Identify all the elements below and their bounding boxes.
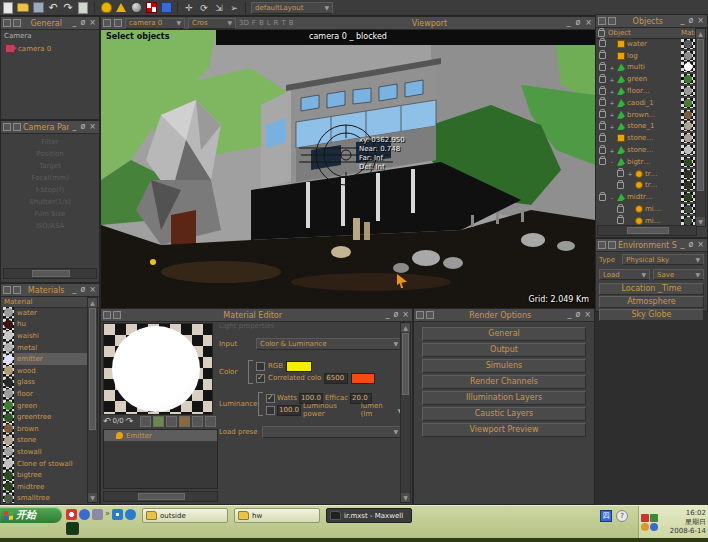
minimize-icon[interactable]: _ (679, 17, 685, 25)
material-item[interactable]: stone (2, 435, 89, 447)
material-item[interactable]: wood (2, 365, 89, 377)
delete-layer-icon[interactable] (166, 416, 177, 427)
viewport-titlebar[interactable]: camera 0▼ Cros▼ 3DFBLRTB Viewport _ ø × (101, 17, 595, 30)
panel-menu-icon[interactable] (13, 19, 21, 27)
detach-icon[interactable]: ø (574, 19, 581, 27)
detach-icon[interactable]: ø (79, 19, 86, 27)
render-section-button[interactable]: Viewport Preview (422, 423, 586, 437)
panel-dock-icon[interactable] (3, 123, 11, 131)
open-scene-icon[interactable] (17, 2, 29, 14)
panel-dock-icon[interactable] (3, 286, 11, 294)
object-row[interactable]: stone… (597, 132, 697, 144)
panel-menu-icon[interactable] (13, 286, 21, 294)
cone-primitive-icon[interactable] (115, 2, 127, 14)
visibility-icon[interactable] (192, 416, 203, 427)
object-row[interactable]: + caodi_1 (597, 97, 697, 109)
layout-dropdown[interactable]: defaultLayout▼ (251, 2, 333, 14)
redo-icon[interactable]: ↷ (62, 2, 74, 14)
object-row[interactable]: + green (597, 73, 697, 85)
rgb-color-swatch[interactable] (286, 361, 312, 372)
luminous-power-field[interactable]: 100.0 (277, 405, 301, 416)
minimize-icon[interactable]: _ (71, 123, 77, 131)
objects-vscrollbar[interactable]: ▲▼ (695, 28, 706, 227)
viewport-camera-dropdown[interactable]: camera 0▼ (125, 18, 185, 29)
panel-menu-icon[interactable] (113, 311, 121, 319)
tray-back-icon[interactable] (641, 523, 649, 531)
minimize-icon[interactable]: _ (384, 311, 390, 319)
view-button[interactable]: B (259, 19, 264, 27)
material-editor-vscrollbar[interactable]: ▲▼ (400, 322, 411, 503)
detach-icon[interactable]: ø (79, 286, 86, 294)
camera-item[interactable]: camera 0 (1, 42, 99, 55)
close-icon[interactable]: × (88, 123, 97, 131)
material-item[interactable]: floor (2, 388, 89, 400)
lock-icon[interactable] (617, 170, 624, 177)
lock-icon[interactable] (599, 76, 606, 83)
lock-icon[interactable] (599, 123, 606, 130)
object-row[interactable]: + multi (597, 62, 697, 74)
lock-icon[interactable] (599, 64, 606, 71)
lock-icon[interactable] (599, 88, 606, 95)
view-button[interactable]: B (289, 19, 294, 27)
lock-icon[interactable] (599, 52, 606, 59)
load-sky-button[interactable]: Load▼ (599, 269, 650, 280)
material-item[interactable]: midtree (2, 481, 89, 493)
panel-menu-icon[interactable] (114, 19, 122, 27)
view-button[interactable]: R (274, 19, 279, 27)
new-scene-icon[interactable] (2, 2, 14, 14)
environment-section-button[interactable]: Sky Globe (599, 309, 704, 321)
desktop-icon[interactable] (92, 509, 103, 520)
material-item[interactable]: greentree (2, 411, 89, 423)
taskbar-window-button[interactable]: ir.mxst - Maxwell (326, 508, 412, 523)
preview-scene-icon[interactable] (140, 416, 151, 427)
start-button[interactable]: 开始 (0, 507, 62, 523)
move-tool-icon[interactable]: ✛ (183, 2, 195, 14)
layers-hscrollbar[interactable] (103, 491, 218, 502)
help-input-icon[interactable]: ? (616, 510, 628, 522)
correlated-color-checkbox[interactable] (256, 374, 265, 383)
lock-icon[interactable] (599, 194, 606, 201)
object-row[interactable]: + floor… (597, 85, 697, 97)
objects-titlebar[interactable]: Objects _ ø × (596, 15, 707, 28)
panel-menu-icon[interactable] (426, 311, 434, 319)
close-icon[interactable]: × (696, 17, 705, 25)
detach-icon[interactable]: ø (574, 311, 581, 319)
panel-dock-icon[interactable] (598, 241, 606, 249)
close-icon[interactable]: × (401, 311, 410, 319)
lock-icon[interactable] (599, 147, 606, 154)
expand-toggle[interactable]: + (609, 76, 615, 83)
layer-up-icon[interactable] (179, 416, 190, 427)
panel-dock-icon[interactable] (103, 19, 111, 27)
save-sky-button[interactable]: Save▼ (653, 269, 704, 280)
messenger-icon[interactable] (79, 509, 90, 520)
environment-section-button[interactable]: Location _Time (599, 283, 704, 295)
minimize-icon[interactable]: _ (566, 311, 572, 319)
lock-icon[interactable] (599, 99, 606, 106)
viewport-display-dropdown[interactable]: Cros▼ (188, 18, 236, 29)
panel-dock-icon[interactable] (416, 311, 424, 319)
camera-parameters-titlebar[interactable]: Camera Parameters _ ø × (1, 121, 99, 134)
panel-menu-icon[interactable] (608, 241, 616, 249)
close-icon[interactable]: × (88, 286, 97, 294)
render-section-button[interactable]: Illumination Layers (422, 391, 586, 405)
lock-icon[interactable] (599, 158, 606, 165)
render-section-button[interactable]: General (422, 327, 586, 341)
materials-titlebar[interactable]: Materials _ ø × (1, 284, 99, 297)
history-back-icon[interactable]: ↶ (103, 416, 111, 426)
material-preview[interactable] (103, 323, 213, 415)
object-row[interactable]: - bigtr… (597, 156, 697, 168)
taskbar-clock[interactable]: 16:02 星期日 2008-6-14 (660, 509, 706, 536)
objects-hscrollbar[interactable] (597, 225, 697, 236)
detach-icon[interactable]: ø (687, 241, 694, 249)
material-item[interactable]: green (2, 400, 89, 412)
detach-icon[interactable]: ø (687, 17, 694, 25)
luminous-power-checkbox[interactable] (266, 406, 275, 415)
material-item[interactable]: bigtree (2, 469, 89, 481)
load-preset-dropdown[interactable]: ▼ (262, 426, 402, 438)
close-icon[interactable]: × (88, 19, 97, 27)
close-icon[interactable]: × (584, 19, 593, 27)
input-type-dropdown[interactable]: Color & Luminance▼ (256, 338, 402, 350)
sphere-primitive-icon[interactable] (130, 2, 142, 14)
object-row[interactable]: water (597, 38, 697, 50)
material-item[interactable]: Clone of stowall (2, 458, 89, 470)
